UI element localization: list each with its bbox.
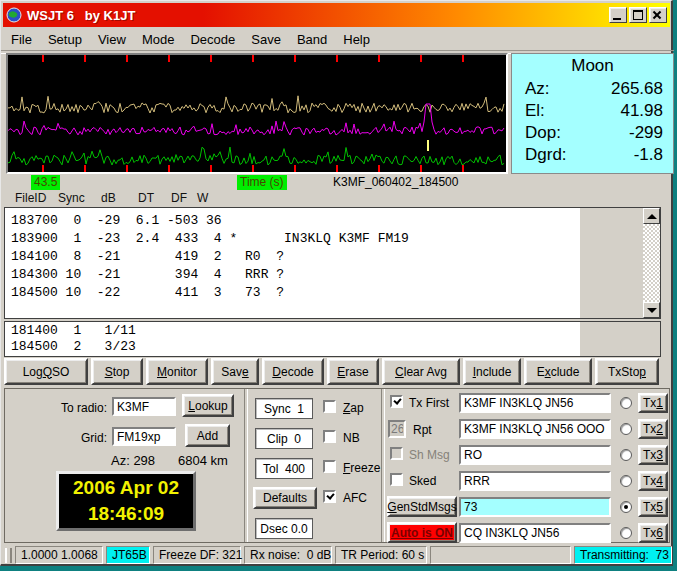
tx5-message-input[interactable] [459,497,611,517]
zap-checkbox[interactable] [323,400,336,413]
header-sync: Sync [58,191,85,205]
minimize-button[interactable] [609,7,627,23]
tx-first-checkbox[interactable] [390,395,403,408]
avg-line: 181400 1 1/11 [5,323,580,339]
menu-file[interactable]: File [3,30,40,49]
menu-save[interactable]: Save [243,30,289,49]
tx3-message-input[interactable] [459,445,611,465]
sync-value-box[interactable]: Sync 1 [255,398,313,419]
scroll-up-button[interactable] [643,208,660,224]
average-text-pane[interactable]: 181400 1 1/11 184500 2 3/23 [4,321,661,357]
sh-msg-checkbox [390,447,403,460]
auto-on-button[interactable]: Auto is ON [387,522,457,543]
menu-decode[interactable]: Decode [182,30,243,49]
scroll-down-button[interactable] [643,302,660,318]
moon-az-value: 265.68 [611,78,663,100]
menu-view[interactable]: View [90,30,134,49]
tx1-radio[interactable] [620,397,632,409]
clock-time: 18:46:09 [59,501,193,527]
nb-checkbox[interactable] [323,430,336,443]
menu-setup[interactable]: Setup [40,30,90,49]
status-spacer [430,546,571,564]
moon-title: Moon [512,54,673,78]
moon-dop-value: -299 [629,122,663,144]
maximize-button[interactable] [629,7,647,23]
decode-line: 184300 10 -21 394 4 RRR ? [5,266,580,284]
decode-button[interactable]: Decode [262,358,324,385]
exclude-button[interactable]: Exclude [524,358,592,385]
moon-az-label: Az: [525,78,550,100]
header-w: W [197,191,208,205]
clip-value-box[interactable]: Clip 0 [255,428,313,449]
add-button[interactable]: Add [185,424,230,447]
tx6-message-input[interactable] [459,523,611,543]
avg-line: 184500 2 3/23 [5,339,580,355]
tx2-message-input[interactable] [459,419,611,439]
close-icon [652,9,662,19]
scroll-up-icon [647,214,657,219]
save-button[interactable]: Save [211,358,259,385]
tx3-button[interactable]: Tx3 [638,445,668,465]
sked-checkbox[interactable] [390,473,403,486]
menu-help[interactable]: Help [335,30,378,49]
txstop-button[interactable]: TxStop [595,358,659,385]
to-radio-label: To radio: [41,401,107,415]
tx1-message-input[interactable] [459,393,611,413]
log-qso-button[interactable]: Log QSO [4,358,88,385]
menu-mode[interactable]: Mode [134,30,183,49]
moon-el-label: El: [525,100,545,122]
freeze-checkbox[interactable] [323,460,336,473]
clock-date: 2006 Apr 02 [59,475,193,501]
close-button[interactable] [649,7,667,23]
title-bar[interactable]: WSJT 6 by K1JT [3,3,670,27]
tx5-button[interactable]: Tx5 [638,497,668,517]
clear-avg-button[interactable]: Clear Avg [382,358,460,385]
tx3-radio[interactable] [620,449,632,461]
grid-input[interactable] [112,427,176,446]
dsec-value-box[interactable]: Dsec 0.0 [255,518,313,539]
app-globe-icon [6,7,22,23]
tx5-radio[interactable] [620,501,632,513]
desktop: { "window": { "title": "WSJT 6 by K1JT" … [0,0,677,571]
tol-value-box[interactable]: Tol 400 [255,458,313,479]
moon-dgrd-label: Dgrd: [525,144,567,166]
spectrum-display[interactable] [6,53,508,174]
decoded-text-area[interactable]: 183700 0 -29 6.1 -503 36 183900 1 -23 2.… [5,208,580,318]
defaults-button[interactable]: Defaults [253,487,317,509]
stop-button[interactable]: Stop [91,358,143,385]
header-db: dB [101,191,116,205]
tx4-button[interactable]: Tx4 [638,471,668,491]
tx6-button[interactable]: Tx6 [638,523,668,543]
maximize-icon [633,10,643,20]
menu-band[interactable]: Band [289,30,335,49]
afc-checkbox[interactable] [323,490,336,503]
include-button[interactable]: Include [463,358,521,385]
decoded-text-pane[interactable]: 183700 0 -29 6.1 -503 36 183900 1 -23 2.… [4,207,661,319]
moon-degradation-row: Dgrd: -1.8 [512,144,673,166]
frequency-label: 43.5 [31,175,60,190]
sh-msg-label: Sh Msg [409,448,450,462]
average-text-area[interactable]: 181400 1 1/11 184500 2 3/23 [5,322,580,356]
decode-scrollbar[interactable] [643,208,660,318]
distance-value: 6804 km [178,454,228,468]
gen-std-msgs-button[interactable]: GenStdMsgs [387,496,457,517]
status-bar: 1.0000 1.0068 JT65B Freeze DF: 321 Rx no… [3,545,672,565]
tx1-button[interactable]: Tx1 [638,393,668,413]
tx2-button[interactable]: Tx2 [638,419,668,439]
app-window: WSJT 6 by K1JT File Setup View Mode Deco… [0,0,673,566]
moon-doppler-row: Dop: -299 [512,122,673,144]
decode-line: 183700 0 -29 6.1 -503 36 [5,212,580,230]
tx4-message-input[interactable] [459,471,611,491]
tx6-radio[interactable] [620,527,632,539]
panel-divider [244,389,248,542]
tx2-radio[interactable] [620,423,632,435]
lookup-button[interactable]: Lookup [182,394,234,417]
tx4-radio[interactable] [620,475,632,487]
freeze-label: Freeze [343,461,380,475]
rpt-input[interactable] [388,420,406,438]
monitor-button[interactable]: Monitor [146,358,208,385]
panel-divider [381,389,385,542]
erase-button[interactable]: Erase [327,358,379,385]
nb-label: NB [343,431,360,445]
to-radio-input[interactable] [112,397,176,416]
